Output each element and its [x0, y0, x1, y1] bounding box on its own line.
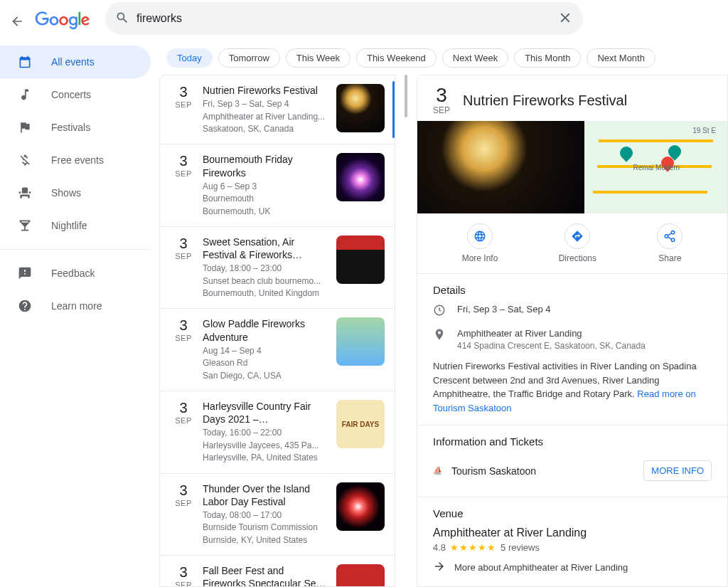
detail-day: 3	[433, 85, 450, 105]
detail-month: SEP	[433, 105, 450, 115]
event-item[interactable]: 3SEP Harleysville Country Fair Days 2021…	[160, 391, 395, 474]
sidebar-item-learn-more[interactable]: Learn more	[0, 290, 151, 322]
event-venue: Burnside Tourism Commission	[203, 522, 329, 534]
clock-icon	[433, 304, 447, 320]
search-input[interactable]	[136, 12, 557, 25]
event-list[interactable]: 3SEP Nutrien Fireworks Festival Fri, Sep…	[159, 75, 395, 587]
chip-tomorrow[interactable]: Tomorrow	[218, 48, 280, 68]
event-venue: Amphitheater at River Landing...	[203, 111, 329, 123]
more-about-venue[interactable]: More about Amphitheater at River Landing	[433, 560, 712, 575]
search-icon	[115, 11, 129, 27]
detail-hero-photo	[417, 121, 584, 213]
event-item[interactable]: 3SEP Fall Beer Fest and Fireworks Specta…	[160, 556, 395, 587]
event-month: SEP	[164, 169, 203, 178]
event-title: Fall Beer Fest and Fireworks Spectacular…	[203, 564, 329, 587]
event-day: 3	[164, 153, 203, 169]
event-month: SEP	[164, 252, 203, 260]
chip-this-weekend[interactable]: This Weekend	[356, 48, 437, 68]
sidebar: All events Concerts Festivals Free event…	[0, 43, 159, 587]
event-item[interactable]: 3SEP Bournemouth Friday Fireworks Aug 6 …	[160, 144, 395, 227]
chip-this-week[interactable]: This Week	[286, 48, 350, 68]
event-title: Harleysville Country Fair Days 2021 – FI…	[203, 400, 329, 425]
sidebar-item-feedback[interactable]: Feedback	[0, 257, 151, 290]
more-info-action[interactable]: More Info	[462, 223, 498, 263]
arrow-right-icon	[433, 560, 446, 575]
venue-name: Amphitheater at River Landing	[433, 527, 712, 539]
svg-point-2	[672, 238, 675, 242]
event-item[interactable]: 3SEP Sweet Sensation, Air Festival & Fir…	[160, 227, 395, 310]
map-pin-icon	[618, 144, 636, 162]
map-label: 19 St E	[692, 127, 716, 134]
sidebar-item-nightlife[interactable]: Nightlife	[0, 209, 151, 242]
event-venue: Sunset beach club bournemo...	[203, 275, 329, 287]
event-venue: Bournemouth	[203, 193, 329, 205]
event-title: Sweet Sensation, Air Festival & Firework…	[203, 236, 329, 261]
event-location: Burnside, KY, United States	[203, 534, 329, 546]
event-location: Harleysville, PA, United States	[203, 452, 329, 464]
calendar-icon	[17, 55, 33, 69]
detail-hero-map[interactable]: 19 St E Remai Modern	[584, 121, 727, 213]
directions-action[interactable]: Directions	[559, 223, 596, 263]
event-item[interactable]: 3SEP Glow Paddle Fireworks Adventure Aug…	[160, 309, 395, 391]
chip-next-month[interactable]: Next Month	[587, 48, 655, 68]
event-when: Today, 16:00 – 22:00	[203, 427, 329, 439]
sidebar-item-free-events[interactable]: Free events	[0, 144, 151, 176]
event-when: Today, 08:00 – 17:00	[203, 509, 329, 522]
venue-rating: 4.8	[433, 542, 446, 553]
provider-icon: ⛵	[433, 466, 443, 475]
action-label: Directions	[559, 253, 596, 263]
event-day: 3	[164, 236, 203, 252]
chip-today[interactable]: Today	[166, 48, 213, 68]
event-location: San Diego, CA, USA	[203, 370, 329, 382]
seat-icon	[17, 186, 33, 200]
sidebar-item-concerts[interactable]: Concerts	[0, 78, 151, 111]
event-location: Saskatoon, SK, Canada	[203, 123, 329, 135]
event-thumbnail: BEER FEST	[336, 564, 385, 587]
more-info-button[interactable]: MORE INFO	[643, 460, 712, 481]
feedback-icon	[17, 266, 33, 280]
share-icon	[657, 223, 682, 249]
event-item[interactable]: 3SEP Thunder Over the Island Labor Day F…	[160, 474, 395, 556]
event-location: Bournemouth, United Kingdom	[203, 287, 329, 300]
svg-line-4	[668, 233, 672, 236]
sidebar-item-label: Concerts	[51, 89, 91, 100]
event-month: SEP	[164, 416, 203, 425]
search-box[interactable]	[105, 2, 583, 35]
sidebar-item-all-events[interactable]: All events	[0, 46, 151, 78]
event-month: SEP	[164, 499, 203, 507]
event-when: Aug 14 – Sep 4	[203, 345, 329, 357]
event-item[interactable]: 3SEP Nutrien Fireworks Festival Fri, Sep…	[160, 75, 395, 144]
chip-next-week[interactable]: Next Week	[442, 48, 508, 68]
svg-point-0	[672, 231, 675, 235]
sidebar-item-festivals[interactable]: Festivals	[0, 111, 151, 144]
event-day: 3	[164, 482, 203, 499]
scrollbar[interactable]	[401, 75, 411, 587]
detail-title: Nutrien Fireworks Festival	[463, 92, 627, 109]
event-day: 3	[164, 317, 203, 334]
event-venue: Gleason Rd	[203, 357, 329, 369]
details-heading: Details	[433, 284, 712, 296]
music-note-icon	[17, 88, 33, 102]
date-filter-chips: Today Tomorrow This Week This Weekend Ne…	[159, 43, 728, 75]
local-bar-icon	[17, 218, 33, 233]
back-button[interactable]	[10, 14, 24, 28]
event-thumbnail	[336, 317, 385, 366]
tickets-heading: Information and Tickets	[433, 435, 712, 448]
google-logo	[34, 11, 91, 32]
detail-address: 414 Spadina Crescent E, Saskatoon, SK, C…	[457, 340, 646, 352]
detail-when: Fri, Sep 3 – Sat, Sep 4	[457, 303, 551, 316]
event-thumbnail	[336, 482, 385, 531]
event-title: Thunder Over the Island Labor Day Festiv…	[203, 482, 329, 508]
clear-icon[interactable]	[557, 10, 573, 28]
share-action[interactable]: Share	[657, 223, 682, 263]
sidebar-item-label: Nightlife	[51, 220, 87, 231]
svg-point-1	[665, 235, 669, 238]
sidebar-item-shows[interactable]: Shows	[0, 176, 151, 209]
event-thumbnail	[336, 84, 385, 132]
event-day: 3	[164, 84, 203, 100]
chip-this-month[interactable]: This Month	[514, 48, 581, 68]
event-venue: Harleysville Jaycees, 435 Pa...	[203, 440, 329, 452]
money-off-icon	[17, 153, 33, 167]
map-label: Remai Modern	[633, 164, 680, 171]
help-icon	[17, 299, 33, 313]
